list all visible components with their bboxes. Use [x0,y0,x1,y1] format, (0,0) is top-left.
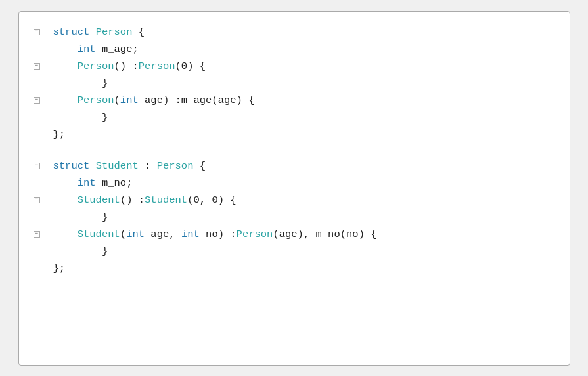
vline-cell [44,58,53,75]
code-line: } [53,75,554,92]
fold-minus-icon[interactable]: − [34,163,40,169]
fold-minus-icon[interactable]: − [34,29,40,35]
struct-block-student-struct: −−−struct Student : Person { int m_no; S… [30,157,554,277]
vline-cell [44,41,53,58]
vline-cell [44,126,53,143]
fold-minus-icon[interactable]: − [34,231,40,238]
fold-minus-icon[interactable]: − [34,63,40,70]
code-line: struct Person { [53,24,554,41]
fold-cell[interactable]: − [34,226,40,243]
fold-cell[interactable]: − [34,192,40,209]
vline-cell [44,109,53,126]
fold-cell[interactable]: − [34,24,40,41]
code-content: −−−struct Person { int m_age; Person() :… [30,24,554,277]
code-line: Person(int age) :m_age(age) { [53,92,554,109]
code-line: Person() :Person(0) { [53,58,554,75]
fold-cell[interactable]: − [34,92,40,109]
struct-block-person-struct: −−−struct Person { int m_age; Person() :… [30,24,554,143]
vline-column [44,157,53,277]
code-line: }; [53,126,554,143]
vline-cell [44,75,53,92]
code-editor: −−−struct Person { int m_age; Person() :… [18,11,570,366]
code-line: } [53,109,554,126]
code-line: } [53,243,554,260]
vline-cell [44,226,53,243]
fold-cell[interactable]: − [34,157,40,175]
code-line: } [53,209,554,226]
code-line: struct Student : Person { [53,157,554,175]
vline-cell [44,157,53,175]
code-line: int m_age; [53,41,554,58]
code-column: struct Student : Person { int m_no; Stud… [53,157,554,277]
vline-cell [44,175,53,192]
vline-cell [44,24,53,41]
vline-cell [44,92,53,109]
code-line: }; [53,260,554,277]
code-line: int m_no; [53,175,554,192]
vline-cell [44,192,53,209]
code-column: struct Person { int m_age; Person() :Per… [53,24,554,143]
fold-minus-icon[interactable]: − [34,97,40,104]
vline-cell [44,209,53,226]
fold-cell[interactable]: − [34,58,40,75]
fold-column: −−− [30,157,44,277]
vline-column [44,24,53,143]
vline-cell [44,243,53,260]
vline-cell [44,260,53,277]
fold-column: −−− [30,24,44,143]
code-line: Student() :Student(0, 0) { [53,192,554,209]
code-line: Student(int age, int no) :Person(age), m… [53,226,554,243]
fold-minus-icon[interactable]: − [34,197,40,203]
